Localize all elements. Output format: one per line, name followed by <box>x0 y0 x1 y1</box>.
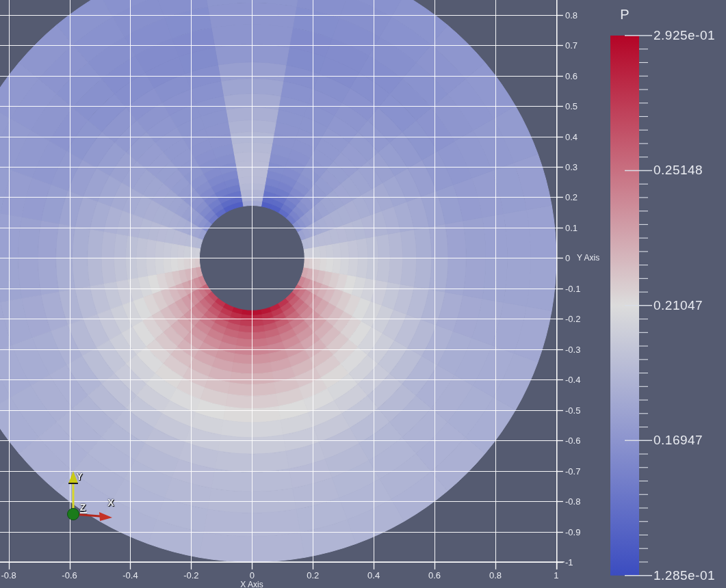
orientation-x-label: X <box>107 497 114 508</box>
orientation-z-label: Z <box>80 502 86 513</box>
y-tick-label: -0.7 <box>565 466 580 476</box>
x-tick-label: 0.2 <box>307 570 319 580</box>
colorbar-title: P <box>620 7 629 23</box>
color-legend[interactable] <box>610 36 639 576</box>
y-tick-label: -0.2 <box>565 314 580 324</box>
y-tick-label: -0.4 <box>565 375 580 385</box>
y-tick-label: 0.1 <box>565 222 578 232</box>
x-tick-label: -0.6 <box>62 570 77 580</box>
y-tick-label: -0.1 <box>565 283 580 293</box>
orientation-axes-widget <box>58 465 127 530</box>
x-tick-label: 0.8 <box>489 570 502 580</box>
y-tick-label: 0.7 <box>565 40 578 51</box>
y-tick-label: 0.3 <box>565 162 578 172</box>
y-tick-label: -0.8 <box>565 496 580 507</box>
y-axis-title: Y Axis <box>577 253 599 263</box>
x-tick-label: -0.4 <box>122 570 138 580</box>
colorbar-tick-label: 1.285e-01 <box>653 568 715 583</box>
y-tick-label: 0.8 <box>565 10 578 20</box>
x-tick-label: -0.2 <box>183 570 198 580</box>
orientation-y-label: Y <box>76 471 82 482</box>
y-tick-label: -1 <box>565 557 573 567</box>
colorbar-tick-label: 0.16947 <box>653 433 703 448</box>
y-tick-label: -0.6 <box>565 436 580 446</box>
colorbar-tick-label: 2.925e-01 <box>653 28 715 43</box>
y-tick-label: 0.5 <box>565 101 578 111</box>
colorbar-tick-label: 0.25148 <box>653 163 703 178</box>
colorbar-tick-label: 0.21047 <box>653 298 703 313</box>
y-tick-label: -0.9 <box>565 526 580 537</box>
x-tick-label: 1 <box>554 570 558 580</box>
y-tick-label: 0.6 <box>565 70 578 81</box>
z-axis-sphere <box>68 509 79 520</box>
x-tick-label: 0.6 <box>428 570 441 580</box>
x-tick-label: -0.8 <box>1 570 16 580</box>
y-tick-label: 0 <box>565 253 570 263</box>
y-tick-label: -0.5 <box>565 405 580 415</box>
x-axis-title: X Axis <box>240 580 263 588</box>
y-tick-label: -0.3 <box>565 344 580 354</box>
y-tick-label: 0.4 <box>565 131 578 142</box>
y-tick-label: 0.2 <box>565 192 578 202</box>
x-axis-arrow-head <box>99 512 112 521</box>
paraview-render-view: X Axis Y Axis P X Y Z -0.8-0.6-0.4-0.200… <box>0 0 726 588</box>
x-tick-label: 0.4 <box>367 570 380 580</box>
x-tick-label: 0 <box>250 570 255 580</box>
